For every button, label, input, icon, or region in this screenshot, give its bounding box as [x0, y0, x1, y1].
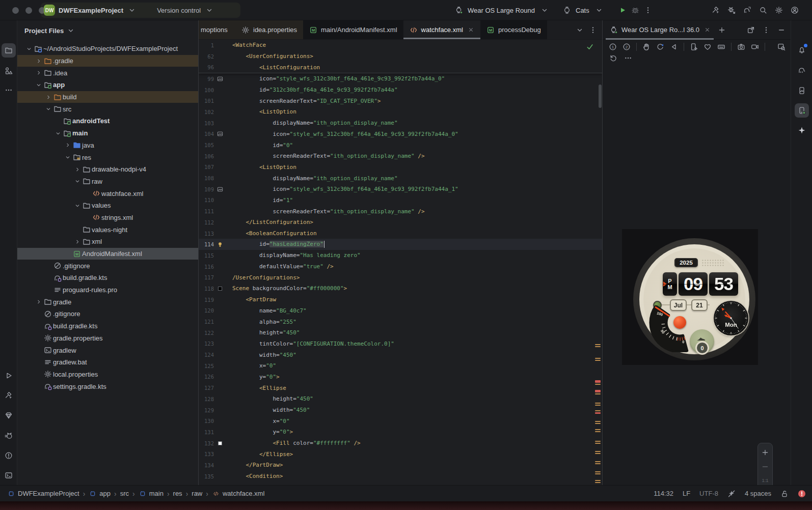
code-line-104[interactable]: 104 icon="style_wfs_312c30bf_f64a_461e_9… — [199, 129, 602, 140]
tree-item-gradle.properties[interactable]: gradle.properties — [17, 332, 198, 345]
code-line-111[interactable]: 111 screenReaderText="ith_option_display… — [199, 206, 602, 217]
tree-item-src[interactable]: src — [17, 103, 198, 115]
code-line-107[interactable]: 107 <ListOption — [199, 162, 602, 173]
hand-gesture-button[interactable] — [642, 43, 651, 51]
tree-item-watchface.xml[interactable]: watchface.xml — [17, 187, 198, 200]
tree-item-raw[interactable]: raw — [17, 176, 198, 188]
tab-options-icon[interactable] — [589, 26, 597, 34]
tool-strip-device-manager[interactable] — [795, 83, 809, 98]
code-line-129[interactable]: 129 width="450" — [199, 405, 602, 416]
screenshot-button[interactable] — [737, 43, 745, 51]
stripe-warning-mark[interactable] — [595, 403, 601, 404]
tree-item-androidtest[interactable]: androidTest — [17, 115, 198, 127]
code-line-120[interactable]: 120 name="BG_40c7" — [199, 305, 602, 317]
code-line-113[interactable]: 113 <BooleanConfiguration — [199, 228, 602, 239]
tool-strip-terminal[interactable] — [2, 468, 16, 483]
stripe-warning-mark[interactable] — [595, 429, 601, 430]
tree-item-local.properties[interactable]: local.properties — [17, 369, 198, 381]
device-screen[interactable]: 2025 P M 09 53 — [622, 229, 758, 365]
code-line-119[interactable]: 119 <PartDraw — [199, 294, 602, 305]
inspections-ok-icon[interactable] — [586, 43, 594, 51]
tool-strip-gemini[interactable] — [795, 123, 809, 137]
code-line-131[interactable]: 131 y="0"> — [199, 427, 602, 438]
project-name-button[interactable]: DWFExampleProject — [59, 7, 123, 14]
stripe-warning-mark[interactable] — [595, 346, 601, 347]
open-in-new-window-button[interactable] — [747, 26, 755, 34]
tree-item-settings.gradle.kts[interactable]: settings.gradle.kts — [17, 380, 198, 392]
tree-item-gradle[interactable]: gradle — [17, 296, 198, 308]
tree-item-app[interactable]: app — [17, 79, 198, 91]
chevron-down-icon[interactable] — [73, 202, 82, 210]
code-line-103[interactable]: 103 displayName="ith_option_display_name… — [199, 118, 602, 129]
chevron-down-icon[interactable] — [73, 177, 82, 185]
rotate-button[interactable] — [656, 43, 664, 51]
panel-options-button[interactable] — [762, 26, 770, 34]
breadcrumb-watchface.xml[interactable]: watchface.xml — [212, 490, 264, 498]
code-line-132[interactable]: 132 <Fill color="#ffffffff" /> — [199, 438, 602, 449]
stripe-warning-mark[interactable] — [595, 410, 601, 411]
breadcrumb-main[interactable]: main — [139, 490, 164, 498]
code-line-110[interactable]: 110 id="1" — [199, 195, 602, 206]
code-line-62[interactable]: 62 <UserConfigurations> — [199, 51, 602, 62]
tool-strip-running-devices[interactable] — [795, 103, 809, 118]
ai-assistant-off-icon[interactable] — [727, 490, 736, 498]
settings-icon[interactable] — [775, 6, 783, 14]
chevron-right-icon[interactable] — [63, 141, 72, 149]
account-icon[interactable] — [791, 6, 799, 14]
debug-button[interactable] — [631, 6, 639, 14]
file-writable-icon[interactable] — [780, 490, 789, 498]
stripe-warning-mark[interactable] — [595, 423, 601, 424]
code-line-1[interactable]: 1<WatchFace — [199, 40, 602, 51]
running-device-tab[interactable]: Wear OS Large Ro...l 36.0 — [608, 20, 713, 40]
tree-item-.gitignore[interactable]: .gitignore — [17, 308, 198, 320]
code-line-116[interactable]: 116 defaultValue="true" /> — [199, 261, 602, 272]
chevron-down-icon[interactable] — [63, 153, 72, 161]
tree-item-.gitignore[interactable]: .gitignore — [17, 260, 198, 272]
vcs-button[interactable]: Version control — [157, 7, 201, 14]
screen-record-button[interactable] — [751, 43, 759, 51]
chevron-down-icon[interactable] — [34, 81, 43, 89]
stripe-warning-mark[interactable] — [595, 461, 601, 462]
chevron-down-icon[interactable] — [24, 45, 33, 53]
zoom-out-button[interactable] — [761, 463, 769, 471]
health-services-button[interactable] — [703, 43, 712, 51]
build-tools-icon[interactable] — [712, 6, 720, 14]
device-selector[interactable]: Wear OS Large Round — [468, 7, 535, 14]
code-line-105[interactable]: 105 id="0" — [199, 139, 602, 151]
tree-item-build.gradle.kts[interactable]: build.gradle.kts — [17, 320, 198, 332]
chevron-right-icon[interactable] — [73, 238, 82, 246]
stripe-warning-mark[interactable] — [595, 393, 601, 394]
breadcrumb-src[interactable]: src — [120, 490, 129, 497]
stripe-warning-mark[interactable] — [595, 405, 601, 406]
line-separator-widget[interactable]: LF — [683, 490, 690, 497]
tool-strip-project[interactable] — [2, 43, 16, 58]
code-line-102[interactable]: 102 <ListOption — [199, 106, 602, 118]
close-device-tab-icon[interactable] — [704, 26, 711, 33]
tree-item-main[interactable]: main — [17, 127, 198, 139]
breadcrumb-dwfexampleproject[interactable]: DWFExampleProject — [7, 490, 79, 498]
code-line-127[interactable]: 127 <Ellipse — [199, 382, 602, 393]
tool-strip-problems[interactable] — [2, 448, 16, 463]
editor-tab-watchface.xml[interactable]: watchface.xml — [403, 20, 480, 39]
code-line-135[interactable]: 135 <Condition> — [199, 471, 602, 482]
editor-tab-idea.properties[interactable]: idea.properties — [235, 20, 303, 39]
code-line-134[interactable]: 134 </PartDraw> — [199, 460, 602, 471]
code-line-115[interactable]: 115 displayName="Has leading zero" — [199, 250, 602, 261]
editor-scrollbar[interactable] — [599, 84, 602, 108]
snapshot-search-button[interactable] — [777, 43, 786, 51]
tree-item-proguard-rules.pro[interactable]: proguard-rules.pro — [17, 284, 198, 296]
window-close-button[interactable] — [12, 7, 19, 14]
code-line-118[interactable]: 118Scene backgroundColor="#ff000000"> — [199, 283, 602, 294]
bulb-gutter-icon[interactable] — [214, 240, 226, 248]
more-button[interactable] — [624, 54, 632, 62]
hide-panel-button[interactable] — [777, 26, 786, 34]
gradle-sync-icon[interactable] — [743, 6, 751, 14]
chevron-down-icon[interactable] — [44, 105, 52, 113]
stripe-warning-mark[interactable] — [595, 441, 601, 442]
tree-item-xml[interactable]: xml — [17, 236, 198, 248]
zoom-in-button[interactable] — [761, 448, 769, 457]
tree-item-build[interactable]: build — [17, 91, 198, 103]
tree-item-values-night[interactable]: values-night — [17, 223, 198, 236]
stripe-warning-mark[interactable] — [595, 471, 601, 472]
chevron-right-icon[interactable] — [34, 69, 43, 77]
